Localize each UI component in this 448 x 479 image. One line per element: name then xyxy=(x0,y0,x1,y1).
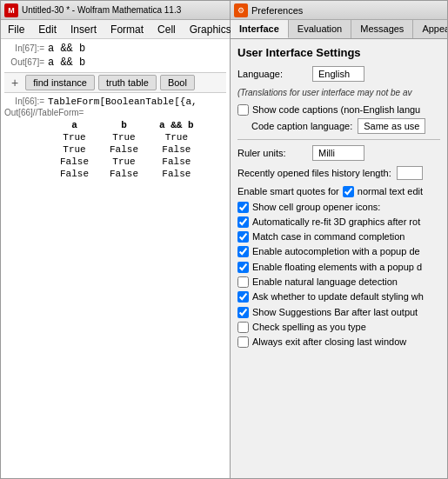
menu-bar: File Edit Insert Format Cell Graphics xyxy=(1,20,230,39)
table-row: TrueTrueTrue xyxy=(50,131,204,143)
add-cell-icon[interactable]: + xyxy=(8,76,22,90)
checkbox-label: Automatically re-fit 3D graphics after r… xyxy=(252,216,420,228)
code-caption-lang-label: Code caption language: xyxy=(251,121,352,131)
smart-quotes-checkbox[interactable] xyxy=(343,186,354,197)
checkbox-row: Enable natural language detection xyxy=(237,276,440,288)
tab-appear[interactable]: Appear xyxy=(413,20,447,38)
col-header-a: a xyxy=(50,119,99,131)
checkbox-row: Always exit after closing last window xyxy=(237,336,440,348)
checkbox-row: Match case in command completion xyxy=(237,230,440,243)
truth-table: a b a && b TrueTrueTrueTrueFalseFalseFal… xyxy=(50,119,226,180)
cell-output-66: Out[66]//TableForm= xyxy=(4,108,226,117)
smart-quotes-row: Enable smart quotes for normal text edit xyxy=(237,185,440,197)
checkbox-label: Check spelling as you type xyxy=(252,321,366,333)
table-row: FalseFalseFalse xyxy=(50,168,204,180)
cell-input-66: In[66]:= TableForm[BooleanTable[{a, xyxy=(4,96,226,107)
checkbox-label: Enable autocompletion with a popup de xyxy=(252,245,420,257)
smart-quotes-suffix: normal text edit xyxy=(358,185,423,197)
checkbox-label: Show cell group opener icons: xyxy=(252,201,380,213)
history-row: Recently opened files history length: 25 xyxy=(237,166,440,180)
table-row: TrueFalseFalse xyxy=(50,143,204,156)
checkbox-8[interactable] xyxy=(237,322,249,333)
history-input[interactable]: 25 xyxy=(397,166,423,180)
checkbox-2[interactable] xyxy=(237,231,249,243)
app-icon: M xyxy=(4,3,18,17)
cell-in-label-66: In[66]:= xyxy=(4,96,48,106)
col-header-ab: a && b xyxy=(149,119,204,131)
history-label: Recently opened files history length: xyxy=(237,168,391,178)
menu-insert[interactable]: Insert xyxy=(64,22,104,37)
code-caption-lang-row: Code caption language: Same as use xyxy=(251,118,440,134)
checkbox-1[interactable] xyxy=(237,216,249,228)
window-title: Untitled-30 * - Wolfram Mathematica 11.3 xyxy=(22,5,181,15)
truth-table-button[interactable]: truth table xyxy=(98,75,157,90)
checkbox-row: Automatically re-fit 3D graphics after r… xyxy=(237,216,440,228)
cell-out-content-67: a && b xyxy=(48,57,85,69)
bool-button[interactable]: Bool xyxy=(160,75,195,90)
menu-edit[interactable]: Edit xyxy=(31,22,64,37)
smart-quotes-prefix: Enable smart quotes for xyxy=(237,185,339,197)
title-bar: M Untitled-30 * - Wolfram Mathematica 11… xyxy=(1,1,230,20)
show-code-captions-label: Show code captions (non-English langu xyxy=(252,103,420,116)
show-code-captions-row: Show code captions (non-English langu xyxy=(237,103,440,116)
checkbox-row: Enable floating elements with a popup d xyxy=(237,261,440,273)
cell-out-label-66: Out[66]//TableForm= xyxy=(4,108,87,117)
tab-evaluation[interactable]: Evaluation xyxy=(289,20,351,38)
pref-content: User Interface Settings Language: Englis… xyxy=(231,39,447,478)
cell-in-label-67: In[67]:= xyxy=(4,43,48,53)
checkbox-label: Enable floating elements with a popup d xyxy=(252,261,422,273)
checkboxes-container: Show cell group opener icons:Automatical… xyxy=(237,201,440,349)
cell-input-67: In[67]:= a && b xyxy=(4,43,226,55)
pref-tabs: Interface Evaluation Messages Appear xyxy=(231,20,447,39)
checkbox-9[interactable] xyxy=(237,336,249,348)
mathematica-window: M Untitled-30 * - Wolfram Mathematica 11… xyxy=(0,0,231,479)
checkbox-row: Show cell group opener icons: xyxy=(237,201,440,213)
toolbar: + find instance truth table Bool xyxy=(4,72,226,93)
ruler-label: Ruler units: xyxy=(237,148,307,158)
pref-window-title: Preferences xyxy=(251,5,303,16)
checkbox-4[interactable] xyxy=(237,262,249,273)
checkbox-6[interactable] xyxy=(237,291,249,303)
tab-messages[interactable]: Messages xyxy=(351,20,413,38)
cell-in-content-67: a && b xyxy=(48,43,85,55)
checkbox-row: Ask whether to update default styling wh xyxy=(237,290,440,303)
table-row: FalseTrueFalse xyxy=(50,156,204,168)
pref-app-icon: ⚙ xyxy=(234,3,248,17)
cell-in-content-66: TableForm[BooleanTable[{a, xyxy=(48,96,197,107)
menu-format[interactable]: Format xyxy=(104,22,150,37)
checkbox-5[interactable] xyxy=(237,276,249,288)
divider-1 xyxy=(237,139,440,140)
checkbox-0[interactable] xyxy=(237,202,249,213)
ruler-row: Ruler units: Milli xyxy=(237,145,440,161)
checkbox-label: Show Suggestions Bar after last output xyxy=(252,306,418,318)
preferences-window: ⚙ Preferences Interface Evaluation Messa… xyxy=(231,0,448,479)
cell-group-66: In[66]:= TableForm[BooleanTable[{a, Out[… xyxy=(4,96,226,180)
pref-title-bar: ⚙ Preferences xyxy=(231,1,447,20)
cell-out-label-67: Out[67]= xyxy=(4,57,48,67)
translation-note: (Translations for user interface may not… xyxy=(237,87,440,98)
tab-interface[interactable]: Interface xyxy=(231,20,289,38)
checkbox-row: Enable autocompletion with a popup de xyxy=(237,245,440,257)
checkbox-label: Always exit after closing last window xyxy=(252,336,406,348)
checkbox-label: Ask whether to update default styling wh xyxy=(252,290,424,303)
show-code-captions-checkbox[interactable] xyxy=(237,104,249,116)
language-value: English xyxy=(312,66,364,82)
find-instance-button[interactable]: find instance xyxy=(25,75,95,90)
language-label: Language: xyxy=(237,69,307,79)
code-caption-lang-value: Same as use xyxy=(358,118,425,134)
checkbox-3[interactable] xyxy=(237,246,249,257)
checkbox-row: Check spelling as you type xyxy=(237,321,440,333)
language-setting: Language: English xyxy=(237,66,440,82)
cell-group-67: In[67]:= a && b Out[67]= a && b xyxy=(4,43,226,69)
checkbox-7[interactable] xyxy=(237,307,249,318)
checkbox-label: Match case in command completion xyxy=(252,230,405,243)
ruler-value: Milli xyxy=(312,145,364,161)
menu-file[interactable]: File xyxy=(1,22,31,37)
col-header-b: b xyxy=(99,119,149,131)
cell-output-67: Out[67]= a && b xyxy=(4,57,226,69)
section-title: User Interface Settings xyxy=(237,46,440,59)
checkbox-label: Enable natural language detection xyxy=(252,276,398,288)
notebook-content: In[67]:= a && b Out[67]= a && b + find i… xyxy=(1,39,230,478)
menu-cell[interactable]: Cell xyxy=(150,22,183,37)
checkbox-row: Show Suggestions Bar after last output xyxy=(237,306,440,318)
